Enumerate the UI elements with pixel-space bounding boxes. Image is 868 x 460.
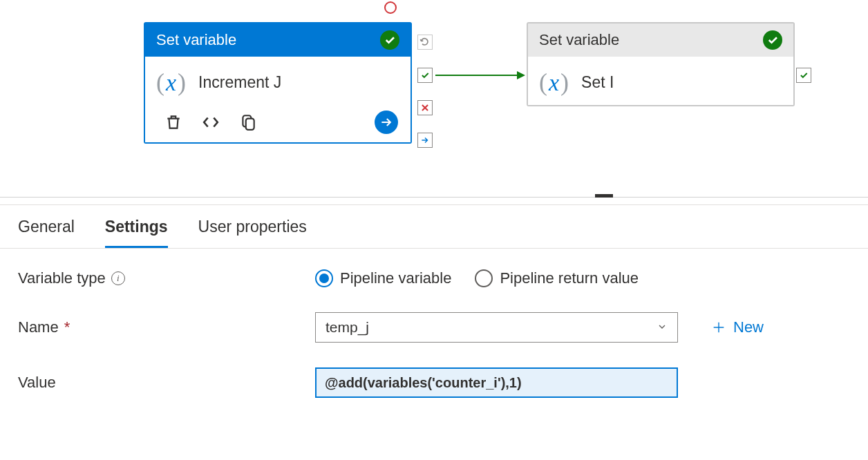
- properties-tabs: General Settings User properties: [0, 205, 868, 249]
- trash-icon[interactable]: [164, 113, 182, 131]
- copy-icon[interactable]: [239, 113, 257, 131]
- info-icon[interactable]: i: [111, 271, 125, 285]
- variable-icon: (x): [156, 68, 186, 97]
- execute-button[interactable]: [375, 111, 398, 134]
- radio-label: Pipeline variable: [340, 269, 451, 287]
- pipeline-canvas[interactable]: Set variable (x) Increment J: [0, 0, 868, 197]
- new-label: New: [733, 318, 764, 336]
- tab-settings[interactable]: Settings: [105, 218, 168, 248]
- radio-pipeline-return-value[interactable]: Pipeline return value: [475, 269, 639, 287]
- node-type-label: Set variable: [539, 31, 619, 49]
- connector-failure[interactable]: [417, 100, 433, 115]
- node-header[interactable]: Set variable: [145, 23, 411, 57]
- svg-marker-3: [517, 71, 525, 79]
- name-label: Name *: [18, 318, 315, 336]
- code-icon[interactable]: [202, 113, 220, 131]
- connector-skip[interactable]: [417, 133, 433, 148]
- node-body: (x) Increment J: [145, 57, 411, 105]
- row-variable-type: Variable type i Pipeline variable Pipeli…: [18, 269, 850, 287]
- panel-divider[interactable]: [0, 197, 868, 198]
- node-body: (x) Set I: [528, 57, 793, 105]
- breakpoint-indicator: [384, 1, 397, 14]
- node-type-label: Set variable: [156, 31, 236, 49]
- activity-node-increment-j[interactable]: Set variable (x) Increment J: [144, 22, 412, 144]
- settings-form: Variable type i Pipeline variable Pipeli…: [0, 249, 868, 443]
- value-expression-input[interactable]: @add(variables('counter_i'),1): [315, 367, 678, 398]
- status-success-icon: [763, 30, 782, 50]
- undo-icon[interactable]: [417, 35, 433, 50]
- activity-name: Set I: [581, 73, 614, 92]
- value-expression-text: @add(variables('counter_i'),1): [325, 375, 522, 391]
- tab-user-properties[interactable]: User properties: [198, 218, 307, 248]
- node-toolbar: [145, 105, 411, 142]
- activity-node-set-i[interactable]: Set variable (x) Set I: [527, 22, 795, 106]
- variable-icon: (x): [539, 68, 569, 97]
- chevron-down-icon: [657, 319, 668, 336]
- panel-resize-handle[interactable]: [595, 194, 613, 198]
- name-select[interactable]: temp_j: [315, 312, 678, 343]
- radio-label: Pipeline return value: [500, 269, 639, 287]
- status-success-icon: [380, 30, 399, 50]
- connector-success[interactable]: [796, 68, 811, 83]
- svg-rect-1: [246, 119, 254, 130]
- flow-arrow: [435, 70, 525, 80]
- activity-name: Increment J: [198, 73, 281, 92]
- variable-type-radio-group: Pipeline variable Pipeline return value: [315, 269, 639, 287]
- variable-type-label: Variable type i: [18, 269, 315, 287]
- name-select-value: temp_j: [326, 319, 369, 336]
- new-variable-button[interactable]: New: [711, 318, 764, 336]
- value-label: Value: [18, 374, 315, 392]
- node-header[interactable]: Set variable: [528, 23, 793, 57]
- tab-general[interactable]: General: [18, 218, 75, 248]
- radio-pipeline-variable[interactable]: Pipeline variable: [315, 269, 451, 287]
- row-name: Name * temp_j New: [18, 312, 850, 343]
- connector-success[interactable]: [417, 68, 433, 83]
- row-value: Value @add(variables('counter_i'),1): [18, 367, 850, 398]
